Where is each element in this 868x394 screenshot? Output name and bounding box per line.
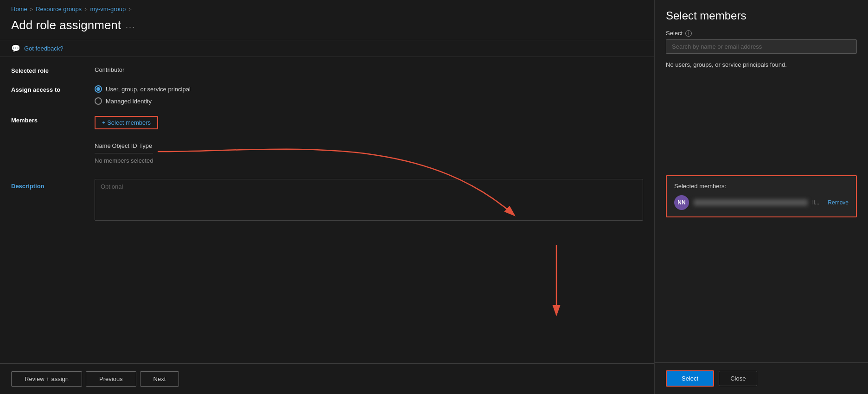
right-bottom-bar: Select Close	[655, 362, 868, 394]
selected-role-value: Contributor	[95, 66, 643, 73]
table-row: No members selected	[95, 153, 153, 168]
previous-button[interactable]: Previous	[86, 371, 136, 387]
assign-access-options: User, group, or service principal Manage…	[95, 85, 643, 105]
col-name: Name	[95, 139, 112, 153]
feedback-text: Got feedback?	[24, 45, 64, 52]
select-label-text: Select	[666, 30, 683, 37]
selected-role-row: Selected role Contributor	[11, 66, 643, 74]
select-members-button[interactable]: + Select members	[95, 116, 158, 129]
radio-user-option[interactable]: User, group, or service principal	[95, 85, 643, 93]
feedback-icon: 💬	[11, 44, 20, 53]
right-spacer	[655, 227, 868, 363]
members-label: Members	[11, 116, 85, 124]
members-row: Members + Select members Name Object ID …	[11, 116, 643, 168]
selected-members-box: Selected members: NN ii... Remove	[666, 175, 857, 217]
radio-managed-label: Managed identity	[106, 98, 152, 105]
members-table: Name Object ID Type No members selected	[95, 139, 153, 168]
left-panel: Home > Resource groups > my-vm-group > A…	[0, 0, 655, 394]
description-input[interactable]	[95, 179, 643, 221]
review-assign-button[interactable]: Review + assign	[11, 371, 82, 387]
right-panel: Select members Select i No users, groups…	[655, 0, 868, 394]
member-name-blur	[694, 199, 808, 206]
select-button[interactable]: Select	[666, 370, 714, 387]
breadcrumb-group-name[interactable]: my-vm-group	[90, 6, 126, 13]
breadcrumb-sep-2: >	[84, 6, 87, 12]
col-object-id: Object ID	[112, 139, 139, 153]
breadcrumb-sep-3: >	[128, 6, 131, 12]
close-button[interactable]: Close	[719, 371, 757, 386]
description-label: Description	[11, 179, 85, 190]
search-input[interactable]	[666, 39, 857, 54]
avatar: NN	[674, 195, 689, 210]
member-id-suffix: ii...	[812, 199, 819, 206]
assign-access-row: Assign access to User, group, or service…	[11, 85, 643, 105]
next-button[interactable]: Next	[140, 371, 179, 387]
feedback-bar[interactable]: 💬 Got feedback?	[0, 40, 654, 57]
no-members-text: No members selected	[95, 153, 153, 168]
page-title-container: Add role assignment ...	[0, 16, 654, 40]
member-remove-link[interactable]: Remove	[828, 199, 849, 206]
breadcrumb-resource-groups[interactable]: Resource groups	[36, 6, 82, 13]
radio-user-label: User, group, or service principal	[106, 86, 191, 93]
bottom-bar: Review + assign Previous Next	[0, 363, 654, 394]
assign-access-label: Assign access to	[11, 85, 85, 93]
info-icon[interactable]: i	[685, 30, 692, 37]
page-title-dots: ...	[126, 20, 135, 30]
radio-managed-circle	[95, 97, 102, 105]
page-title: Add role assignment	[11, 18, 121, 32]
breadcrumb-home[interactable]: Home	[11, 6, 27, 13]
selected-role-label: Selected role	[11, 66, 85, 74]
breadcrumb-sep-1: >	[30, 6, 33, 12]
selected-members-title: Selected members:	[674, 183, 849, 190]
description-row: Description	[11, 179, 643, 221]
no-results-text: No users, groups, or service principals …	[666, 61, 857, 68]
form-content: Selected role Contributor Assign access …	[0, 57, 654, 363]
right-panel-title: Select members	[655, 0, 868, 30]
radio-user-circle	[95, 85, 102, 93]
radio-group: User, group, or service principal Manage…	[95, 85, 643, 105]
breadcrumb: Home > Resource groups > my-vm-group >	[0, 0, 654, 16]
member-item: NN ii... Remove	[674, 195, 849, 210]
right-panel-content: Select i No users, groups, or service pr…	[655, 30, 868, 166]
select-label: Select i	[666, 30, 857, 37]
col-type: Type	[139, 139, 153, 153]
radio-managed-option[interactable]: Managed identity	[95, 97, 643, 105]
